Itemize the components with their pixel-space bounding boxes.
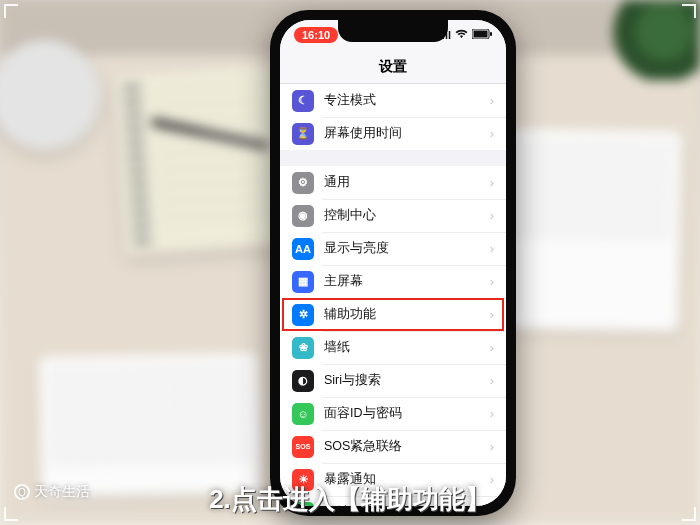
row-label: 面容ID与密码 <box>324 405 490 422</box>
row-label: 主屏幕 <box>324 273 490 290</box>
row-label: 显示与亮度 <box>324 240 490 257</box>
row-siri-icon: ◐ <box>292 370 314 392</box>
chevron-right-icon: › <box>490 175 494 190</box>
row-control-center-icon: ◉ <box>292 205 314 227</box>
chevron-right-icon: › <box>490 241 494 256</box>
notch <box>338 20 448 42</box>
row-faceid[interactable]: ☺面容ID与密码› <box>280 397 506 430</box>
step-caption: 2.点击进入【辅助功能】 <box>0 482 700 517</box>
corner-marker <box>4 4 18 18</box>
phone-frame: 16:10 ııl 设置 ☾专注模式›⏳屏幕使用时间›⚙通用›◉控制中心›AA显… <box>270 10 516 516</box>
chevron-right-icon: › <box>490 93 494 108</box>
chevron-right-icon: › <box>490 439 494 454</box>
row-sos[interactable]: SOSSOS紧急联络› <box>280 430 506 463</box>
row-focus-icon: ☾ <box>292 90 314 112</box>
chevron-right-icon: › <box>490 274 494 289</box>
settings-list[interactable]: ☾专注模式›⏳屏幕使用时间›⚙通用›◉控制中心›AA显示与亮度›▦主屏幕›✲辅助… <box>280 84 506 506</box>
row-general[interactable]: ⚙通用› <box>280 166 506 199</box>
corner-marker <box>682 507 696 521</box>
chevron-right-icon: › <box>490 307 494 322</box>
row-display[interactable]: AA显示与亮度› <box>280 232 506 265</box>
row-home-screen-icon: ▦ <box>292 271 314 293</box>
chevron-right-icon: › <box>490 208 494 223</box>
svg-rect-2 <box>490 32 492 36</box>
row-label: 辅助功能 <box>324 306 490 323</box>
row-screen-time-icon: ⏳ <box>292 123 314 145</box>
row-accessibility[interactable]: ✲辅助功能› <box>280 298 506 331</box>
chevron-right-icon: › <box>490 406 494 421</box>
chevron-right-icon: › <box>490 126 494 141</box>
status-icons: ııl <box>442 29 492 41</box>
phone-screen: 16:10 ııl 设置 ☾专注模式›⏳屏幕使用时间›⚙通用›◉控制中心›AA显… <box>280 20 506 506</box>
row-control-center[interactable]: ◉控制中心› <box>280 199 506 232</box>
chevron-right-icon: › <box>490 340 494 355</box>
wifi-icon <box>455 29 468 41</box>
row-screen-time[interactable]: ⏳屏幕使用时间› <box>280 117 506 150</box>
row-wallpaper-icon: ❀ <box>292 337 314 359</box>
row-focus[interactable]: ☾专注模式› <box>280 84 506 117</box>
navbar: 设置 <box>280 50 506 84</box>
svg-rect-1 <box>474 31 488 38</box>
row-sos-icon: SOS <box>292 436 314 458</box>
row-accessibility-icon: ✲ <box>292 304 314 326</box>
row-label: 墙纸 <box>324 339 490 356</box>
row-home-screen[interactable]: ▦主屏幕› <box>280 265 506 298</box>
corner-marker <box>682 4 696 18</box>
row-faceid-icon: ☺ <box>292 403 314 425</box>
battery-icon <box>472 29 492 41</box>
status-time-pill: 16:10 <box>294 27 338 43</box>
row-label: Siri与搜索 <box>324 372 490 389</box>
row-wallpaper[interactable]: ❀墙纸› <box>280 331 506 364</box>
corner-marker <box>4 507 18 521</box>
row-siri[interactable]: ◐Siri与搜索› <box>280 364 506 397</box>
page-title: 设置 <box>379 58 407 76</box>
row-label: 控制中心 <box>324 207 490 224</box>
row-label: 专注模式 <box>324 92 490 109</box>
row-label: 通用 <box>324 174 490 191</box>
row-general-icon: ⚙ <box>292 172 314 194</box>
chevron-right-icon: › <box>490 373 494 388</box>
row-display-icon: AA <box>292 238 314 260</box>
row-label: 屏幕使用时间 <box>324 125 490 142</box>
row-label: SOS紧急联络 <box>324 438 490 455</box>
